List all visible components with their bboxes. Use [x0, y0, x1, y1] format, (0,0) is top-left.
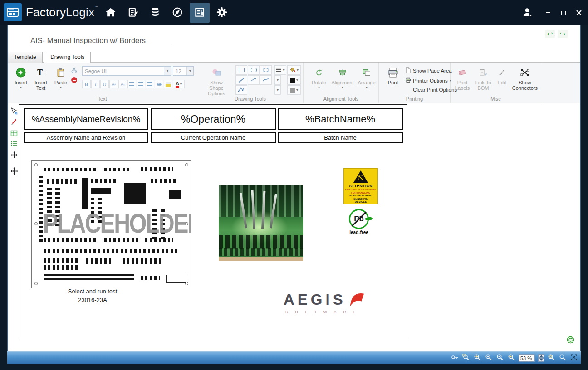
zoom-extents-button[interactable]	[559, 354, 567, 362]
close-button[interactable]	[574, 8, 583, 17]
show-shape-options-button[interactable]: Show Shape Options	[202, 64, 231, 97]
nav-tracking-button[interactable]	[167, 3, 187, 23]
link-to-bom-button[interactable]: Link To BOM	[473, 64, 493, 97]
draw-line-button[interactable]	[235, 75, 247, 85]
move-tool-button[interactable]	[10, 167, 19, 176]
zoom-dynamic-button[interactable]	[473, 354, 481, 362]
lead-free-logo[interactable]: Pb lead-free	[344, 209, 373, 237]
print-labels-button[interactable]: Print Labels	[453, 64, 471, 97]
assembly-photo[interactable]	[219, 185, 303, 261]
edit-button[interactable]: Edit	[495, 64, 509, 97]
field-assembly-name-revision[interactable]: %AssemblyNameRevision%	[24, 108, 148, 130]
field-operation[interactable]: %Operation%	[151, 108, 276, 130]
caption-assembly-name[interactable]: Assembly Name and Revision	[24, 132, 148, 143]
draw-arrow-button[interactable]	[248, 75, 260, 85]
highlight-color-button[interactable]	[164, 80, 172, 88]
key-icon	[451, 354, 458, 362]
line-style-dropdown[interactable]: ▾	[274, 65, 286, 75]
align-left-button[interactable]	[127, 80, 136, 88]
board-note[interactable]: Select and run test 23016-23A	[45, 287, 140, 304]
tab-template[interactable]: Template	[8, 52, 43, 63]
subscript-button[interactable]: A₁	[118, 80, 127, 88]
draw-rounded-rectangle-button[interactable]	[248, 65, 260, 75]
status-bar	[7, 351, 581, 364]
show-page-area-button[interactable]: Show Page Area	[405, 67, 452, 74]
fill-options-dropdown[interactable]: ▾	[274, 85, 281, 95]
undo-button[interactable]: ↩	[545, 30, 555, 38]
nav-tasks-button[interactable]	[123, 3, 143, 23]
font-color-button[interactable]: A▾	[173, 80, 185, 88]
nav-home-button[interactable]	[101, 3, 121, 23]
printer-options-button[interactable]: Printer Options ▾	[405, 77, 451, 84]
nav-documents-button[interactable]	[190, 3, 210, 23]
clear-print-options-button[interactable]: Clear Print Options	[405, 87, 457, 92]
fill-color-dropdown[interactable]: ▾	[287, 85, 301, 95]
line-color-dropdown[interactable]: ▾	[287, 75, 301, 85]
font-family-select[interactable]: Segoe UI ▾	[82, 66, 171, 76]
draw-ellipse-button[interactable]	[260, 65, 272, 75]
annotate-tool-button[interactable]	[10, 118, 19, 127]
insert-text-button[interactable]: T Insert Text	[31, 64, 50, 97]
select-tool-button[interactable]	[10, 107, 19, 116]
minimize-button[interactable]	[544, 8, 553, 17]
pan-lock-button[interactable]	[451, 354, 459, 362]
caption-batch-name[interactable]: Batch Name	[278, 132, 403, 143]
show-connectors-button[interactable]: Show Connectors	[510, 64, 539, 97]
zoom-window-button[interactable]	[462, 354, 470, 362]
arrange-label: Arrange	[358, 80, 375, 85]
zoom-selected-button[interactable]	[547, 354, 555, 362]
print-button[interactable]: Print	[383, 64, 402, 97]
draw-rectangle-button[interactable]	[235, 65, 247, 75]
anchor-tool-button[interactable]	[10, 151, 19, 160]
fit-to-screen-button[interactable]	[570, 354, 578, 362]
align-center-button[interactable]	[137, 80, 145, 88]
nav-settings-button[interactable]	[212, 3, 232, 23]
nav-database-button[interactable]	[145, 3, 165, 23]
app-logo: FactoryLogix™	[4, 3, 98, 21]
clipboard-small-buttons	[70, 66, 78, 84]
zoom-step-up-button[interactable]	[538, 354, 544, 358]
zoom-value-input[interactable]	[519, 354, 535, 362]
maximize-button[interactable]	[559, 8, 568, 17]
template-name-field[interactable]: AIS- Manual Inspection w/ Borders	[30, 36, 172, 47]
aegis-logo[interactable]: AEGIS S O F T W A R E	[284, 290, 365, 314]
insert-button[interactable]: Insert ▾	[12, 64, 29, 97]
highlight-icon	[166, 82, 171, 87]
zoom-out-button[interactable]	[496, 354, 504, 362]
field-batch-name[interactable]: %BatchName%	[278, 108, 403, 130]
caption-operation[interactable]: Current Operation Name	[151, 132, 276, 143]
alignment-button[interactable]: Alignment ▾	[331, 64, 354, 97]
redo-button[interactable]: ↪	[558, 30, 568, 38]
text-style-button[interactable]: ab	[155, 80, 163, 88]
canvas-refresh-button[interactable]	[567, 336, 574, 344]
grid-tool-button[interactable]	[10, 129, 19, 138]
underline-button[interactable]: U	[100, 80, 109, 88]
bold-button[interactable]: B	[82, 80, 91, 88]
draw-polyline-button[interactable]	[235, 85, 247, 95]
list-tool-button[interactable]	[10, 140, 19, 149]
font-size-select[interactable]: 12 ▾	[173, 66, 194, 76]
italic-button[interactable]: I	[91, 80, 100, 88]
superscript-icon: A¹	[112, 82, 116, 87]
paste-button[interactable]: Paste ▾	[52, 64, 69, 97]
superscript-button[interactable]: A¹	[109, 80, 118, 88]
tab-drawing-tools[interactable]: Drawing Tools	[44, 52, 91, 63]
zoom-previous-button[interactable]	[507, 354, 515, 362]
pcb-placeholder-image[interactable]: PLACEHOLDER	[31, 160, 191, 288]
zoom-step-down-button[interactable]	[538, 358, 544, 362]
arrange-button[interactable]: Arrange ▾	[356, 64, 377, 97]
rotate-button[interactable]: Rotate ▾	[309, 64, 329, 97]
move-arrows-icon	[10, 167, 18, 176]
red-pen-icon	[10, 118, 18, 127]
aegis-flag-icon	[349, 290, 365, 310]
user-logout-button[interactable]	[521, 8, 534, 17]
zoom-in-button[interactable]	[485, 354, 493, 362]
remove-format-button[interactable]	[70, 76, 78, 84]
align-right-button[interactable]	[146, 80, 154, 88]
esd-warning-label[interactable]: ATTENTION OBSERVE PRECAUTIONS FOR HANDLI…	[343, 168, 378, 204]
format-painter-dropdown[interactable]: ▾	[287, 65, 301, 75]
draw-curve-button[interactable]	[260, 75, 272, 85]
cut-button[interactable]	[70, 66, 78, 74]
line-options-dropdown[interactable]: ▾	[274, 75, 281, 85]
label-design-canvas[interactable]: %AssemblyNameRevision% %Operation% %Batc…	[19, 104, 407, 339]
